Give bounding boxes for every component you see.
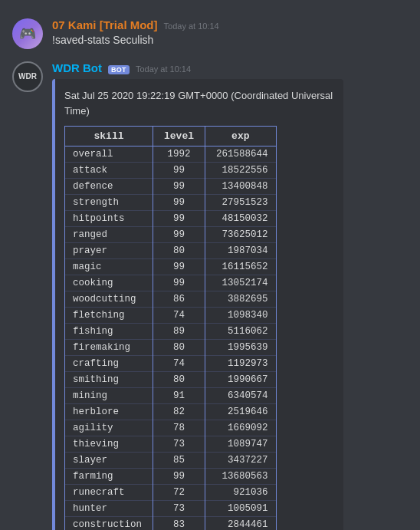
cell-exp: 16115652 — [205, 259, 277, 275]
table-row: prayer801987034 — [65, 243, 277, 259]
cell-level: 78 — [153, 420, 205, 436]
bot-badge: BOT — [108, 65, 130, 74]
cell-skill: hunter — [65, 501, 153, 517]
cell-skill: agility — [65, 420, 153, 436]
col-header-exp: exp — [205, 127, 277, 146]
cell-skill: fishing — [65, 324, 153, 340]
table-row: strength9927951523 — [65, 195, 277, 211]
cell-level: 74 — [153, 308, 205, 324]
cell-exp: 27951523 — [205, 195, 277, 211]
cell-exp: 2519646 — [205, 404, 277, 420]
message-header-1: 07 Kami [Trial Mod] Today at 10:14 — [52, 18, 408, 31]
table-row: runecraft72921036 — [65, 485, 277, 501]
cell-level: 99 — [153, 211, 205, 227]
embed-header-text: Sat Jul 25 2020 19:22:19 GMT+0000 (Coord… — [64, 88, 334, 118]
cell-level: 99 — [153, 259, 205, 275]
cell-exp: 73625012 — [205, 227, 277, 243]
message-group-2: WDR WDR Bot BOT Today at 10:14 Sat Jul 2… — [0, 55, 420, 530]
username-07kami: 07 Kami [Trial Mod] — [52, 18, 158, 31]
message-header-2: WDR Bot BOT Today at 10:14 — [52, 61, 408, 74]
avatar-wdrbot: WDR — [12, 61, 43, 92]
table-row: herblore822519646 — [65, 404, 277, 420]
cell-exp: 1995639 — [205, 340, 277, 356]
cell-exp: 3882695 — [205, 291, 277, 308]
table-row: hitpoints9948150032 — [65, 211, 277, 227]
cell-exp: 1669092 — [205, 420, 277, 436]
cell-exp: 6340574 — [205, 388, 277, 404]
cell-level: 99 — [153, 179, 205, 195]
cell-exp: 48150032 — [205, 211, 277, 227]
cell-level: 73 — [153, 436, 205, 453]
cell-level: 80 — [153, 372, 205, 388]
cell-exp: 1990667 — [205, 372, 277, 388]
col-header-level: level — [153, 127, 205, 146]
cell-level: 80 — [153, 243, 205, 259]
cell-skill: defence — [65, 179, 153, 195]
cell-exp: 18522556 — [205, 163, 277, 179]
cell-exp: 1192973 — [205, 356, 277, 372]
cell-exp: 13680563 — [205, 469, 277, 485]
table-row: ranged9973625012 — [65, 227, 277, 243]
table-row: woodcutting863882695 — [65, 291, 277, 308]
message-content-2: WDR Bot BOT Today at 10:14 Sat Jul 25 20… — [52, 61, 408, 530]
cell-level: 99 — [153, 163, 205, 179]
message-group-1: 🎮 07 Kami [Trial Mod] Today at 10:14 !sa… — [0, 12, 420, 55]
cell-skill: runecraft — [65, 485, 153, 501]
table-row: smithing801990667 — [65, 372, 277, 388]
table-row: farming9913680563 — [65, 469, 277, 485]
cell-skill: construction — [65, 517, 153, 531]
cell-exp: 2844461 — [205, 517, 277, 531]
cell-skill: thieving — [65, 436, 153, 453]
cell-exp: 5116062 — [205, 324, 277, 340]
cell-skill: farming — [65, 469, 153, 485]
cell-skill: slayer — [65, 453, 153, 469]
cell-exp: 1987034 — [205, 243, 277, 259]
cell-skill: woodcutting — [65, 291, 153, 308]
table-row: cooking9913052174 — [65, 275, 277, 291]
table-row: construction832844461 — [65, 517, 277, 531]
table-row: attack9918522556 — [65, 163, 277, 179]
embed-container: Sat Jul 25 2020 19:22:19 GMT+0000 (Coord… — [52, 79, 343, 530]
cell-skill: herblore — [65, 404, 153, 420]
cell-exp: 261588644 — [205, 146, 277, 163]
cell-skill: crafting — [65, 356, 153, 372]
cell-skill: attack — [65, 163, 153, 179]
cell-level: 83 — [153, 517, 205, 531]
table-row: fletching741098340 — [65, 308, 277, 324]
table-header-row: skill level exp — [65, 127, 277, 146]
cell-exp: 921036 — [205, 485, 277, 501]
cell-skill: prayer — [65, 243, 153, 259]
col-header-skill: skill — [65, 127, 153, 146]
cell-exp: 13400848 — [205, 179, 277, 195]
cell-skill: hitpoints — [65, 211, 153, 227]
cell-skill: smithing — [65, 372, 153, 388]
cell-skill: strength — [65, 195, 153, 211]
table-row: overall1992261588644 — [65, 146, 277, 163]
timestamp-2: Today at 10:14 — [136, 64, 191, 74]
table-row: defence9913400848 — [65, 179, 277, 195]
cell-level: 1992 — [153, 146, 205, 163]
username-wdrbot: WDR Bot — [52, 61, 102, 74]
message-text-1: !saved-stats Seculish — [52, 33, 408, 48]
table-row: mining916340574 — [65, 388, 277, 404]
table-row: hunter731005091 — [65, 501, 277, 517]
table-row: agility781669092 — [65, 420, 277, 436]
table-row: magic9916115652 — [65, 259, 277, 275]
stats-table: skill level exp overall1992261588644atta… — [64, 126, 277, 530]
cell-exp: 1005091 — [205, 501, 277, 517]
cell-level: 74 — [153, 356, 205, 372]
cell-level: 85 — [153, 453, 205, 469]
cell-level: 99 — [153, 275, 205, 291]
cell-exp: 3437227 — [205, 453, 277, 469]
cell-skill: fletching — [65, 308, 153, 324]
table-row: crafting741192973 — [65, 356, 277, 372]
cell-level: 73 — [153, 501, 205, 517]
cell-level: 72 — [153, 485, 205, 501]
timestamp-1: Today at 10:14 — [164, 21, 219, 31]
cell-exp: 13052174 — [205, 275, 277, 291]
cell-level: 99 — [153, 195, 205, 211]
table-row: firemaking801995639 — [65, 340, 277, 356]
cell-exp: 1098340 — [205, 308, 277, 324]
table-row: slayer853437227 — [65, 453, 277, 469]
cell-level: 99 — [153, 469, 205, 485]
